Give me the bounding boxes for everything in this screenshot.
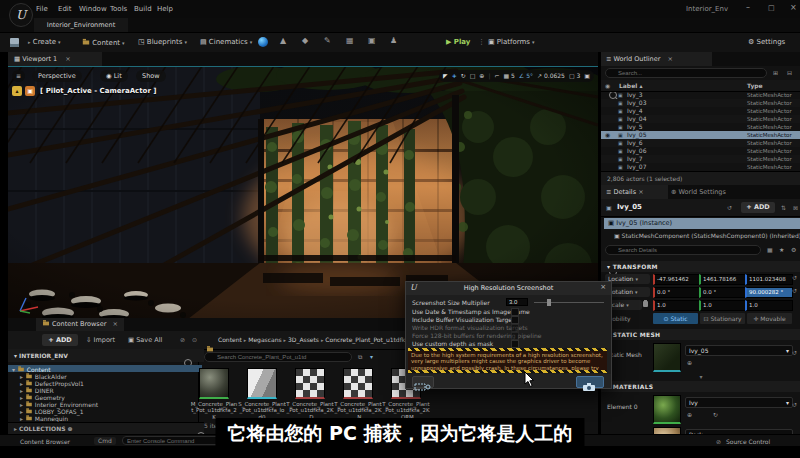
outliner-row[interactable]: ▣Ivy_04StaticMeshActor <box>601 115 800 123</box>
pilot-camera-button[interactable]: ▣ <box>25 86 35 96</box>
static-mesh-thumbnail[interactable] <box>653 343 681 372</box>
folder-row[interactable]: DefectPropsVol1 <box>20 379 84 386</box>
reset-location-icon[interactable]: ↺ <box>792 274 797 281</box>
details-tab[interactable]: ≡ Details <box>601 185 668 199</box>
details-search-input[interactable] <box>605 245 761 255</box>
browse-to-asset-icon[interactable]: ⊕ <box>687 359 692 366</box>
high-resolution-screenshot-dialog[interactable]: U High Resolution Screenshot × Screensho… <box>405 281 612 389</box>
stop-pilot-button[interactable]: ▴ <box>12 86 22 96</box>
platforms-button[interactable]: ▣ Platforms <box>488 38 535 46</box>
doc-tab-interior-environment[interactable]: Interior_Environment <box>34 18 128 32</box>
breadcrumb-asset-folder[interactable]: Concrete_Plant_Pot_u1tdfkfa <box>325 336 411 343</box>
scale-z-field[interactable]: 1.0 <box>745 300 793 311</box>
outliner-row[interactable]: ▣Ivy_3StaticMeshActor <box>601 91 800 99</box>
multiplier-slider-handle[interactable] <box>547 299 551 306</box>
browse-to-asset-icon[interactable]: ⊕ <box>687 411 692 418</box>
label-column-header[interactable]: Label ▴ <box>619 82 642 89</box>
close-icon[interactable] <box>667 55 672 63</box>
breadcrumb[interactable]: Content Megascans 3D_Assets Concrete_Pla… <box>218 336 411 343</box>
create-button[interactable]: Create <box>28 38 61 46</box>
material-options-icon[interactable]: ↻ <box>713 411 718 418</box>
menu-file[interactable]: File <box>36 5 48 13</box>
content-button[interactable]: Content <box>82 38 125 47</box>
perspective-button[interactable]: Perspective <box>32 70 82 82</box>
outliner-search-input[interactable] <box>605 68 767 78</box>
outliner-settings-icon[interactable]: ⊟ <box>787 69 792 76</box>
outliner-row[interactable]: ▣Ivy_4StaticMeshActor <box>601 107 800 115</box>
mobility-static-button[interactable]: ⊙ Static <box>653 313 698 324</box>
cinematics-button[interactable]: ▤ Cinematics <box>200 38 252 46</box>
menu-tools[interactable]: Tools <box>110 5 127 13</box>
scale-y-field[interactable]: 1.0 <box>699 300 747 311</box>
dialog-title-bar[interactable]: U High Resolution Screenshot × <box>406 282 611 295</box>
breadcrumb-3d-assets[interactable]: 3D_Assets <box>288 336 319 343</box>
rotation-x-field[interactable]: 0.0 ° <box>653 287 701 298</box>
play-options-icon[interactable]: ⋮ <box>478 38 485 46</box>
select-tool-icon[interactable]: ◤ <box>443 71 448 81</box>
forward-icon[interactable]: ⊙ <box>192 336 197 343</box>
take-screenshot-button[interactable] <box>576 376 604 388</box>
instance-row[interactable]: ▣ Ivy_05 (Instance) <box>604 218 800 229</box>
folder-row-content[interactable]: Content <box>8 365 202 372</box>
world-settings-tab[interactable]: ⊕ World Settings <box>667 185 726 199</box>
menu-window[interactable]: Window <box>79 5 107 13</box>
blueprint-fork-icon[interactable]: ⇅ <box>781 204 786 211</box>
surface-snap-icon[interactable]: ⌐ <box>494 71 499 81</box>
filter-icon[interactable]: ▾ <box>370 353 373 360</box>
sources-header[interactable]: ▾ INTERIOR_ENV <box>8 349 204 362</box>
add-asset-button[interactable]: + ADD <box>42 334 78 346</box>
close-button[interactable]: × <box>790 3 797 12</box>
selection-mode-icon[interactable] <box>258 37 268 47</box>
breadcrumb-megascans[interactable]: Megascans <box>248 336 281 343</box>
breadcrumb-content[interactable]: Content <box>218 336 242 343</box>
folder-row[interactable]: Mannequin <box>20 414 68 421</box>
outliner-row[interactable]: ▣Ivy_7StaticMeshActor <box>601 155 800 163</box>
multiplier-slider-track[interactable] <box>534 302 604 303</box>
maximize-button[interactable]: □ <box>768 4 775 12</box>
minimize-button[interactable]: – <box>746 3 750 12</box>
camera-speed-icon[interactable]: ▢ 3 <box>569 71 580 81</box>
new-folder-icon[interactable]: ⊞ <box>773 69 778 76</box>
foliage-mode-icon[interactable]: ◆ <box>302 36 308 45</box>
reset-static-mesh-icon[interactable]: ↺ <box>792 349 797 356</box>
scale-tool-icon[interactable]: □ <box>470 71 476 81</box>
dialog-close-icon[interactable]: × <box>600 283 606 291</box>
display-filter-icon[interactable]: ▦ <box>767 246 773 253</box>
back-icon[interactable]: ⊘ <box>180 336 185 343</box>
eye-icon[interactable]: ◉ <box>605 131 610 139</box>
grid-snap-icon[interactable]: ▦ 5 <box>503 71 514 81</box>
import-button[interactable]: ⇩ Import <box>86 336 115 344</box>
lit-button[interactable]: ◉ Lit <box>100 70 128 82</box>
static-mesh-section-header[interactable]: ▾ STATIC MESH <box>601 329 800 340</box>
play-button[interactable]: ▶ Play <box>446 38 470 46</box>
expand-section-chevron[interactable]: ▾ <box>601 373 800 380</box>
content-browser-tab[interactable]: Content Browser <box>36 318 124 331</box>
location-y-field[interactable]: 1461.78166 <box>699 274 747 285</box>
folder-row[interactable]: Geometry <box>20 393 65 400</box>
angle-snap-icon[interactable]: ∠ 5° <box>519 71 533 81</box>
blueprints-button[interactable]: ◳ Blueprints <box>138 38 187 46</box>
scale-snap-icon[interactable]: ↗ 0.0625 <box>537 71 565 81</box>
mesh-paint-mode-icon[interactable]: ✎ <box>324 36 331 45</box>
eye-icon[interactable]: ◉ <box>605 82 610 89</box>
maximize-viewport-icon[interactable]: ▣ <box>584 71 590 81</box>
add-component-button[interactable]: + ADD <box>741 202 775 213</box>
copy-path-icon[interactable]: ⧉ <box>358 353 362 361</box>
mobility-movable-button[interactable]: ✛ Movable <box>747 313 792 324</box>
lock-icon[interactable]: ⊠ <box>793 204 798 211</box>
type-column-header[interactable]: Type <box>747 82 763 89</box>
settings-button[interactable]: Settings <box>748 38 785 46</box>
menu-help[interactable]: Help <box>157 5 173 13</box>
scale-x-field[interactable]: 1.0 <box>653 300 701 311</box>
world-space-icon[interactable]: ⊕ <box>479 71 484 81</box>
cb-search-input[interactable] <box>204 352 352 362</box>
outliner-row[interactable]: ▣Ivy_06StaticMeshActor <box>601 147 800 155</box>
static-mesh-combo[interactable]: Ivy_05▾ <box>685 345 793 356</box>
custom-depth-checkbox[interactable] <box>511 340 519 348</box>
mobility-stationary-button[interactable]: ⊡ Stationary <box>700 313 745 324</box>
asset-tile-staticmesh[interactable]: S_Concrete_Plant_Pot_u1tdfkfa_lod0 <box>238 368 286 421</box>
viewport-menu-button[interactable]: ≡ <box>12 70 25 82</box>
asset-tile-texture[interactable]: T_Concrete_Plant_Pot_u1tdfkfa_2K_N <box>334 368 382 421</box>
move-tool-icon[interactable]: + <box>452 71 457 81</box>
close-icon[interactable] <box>65 55 70 63</box>
